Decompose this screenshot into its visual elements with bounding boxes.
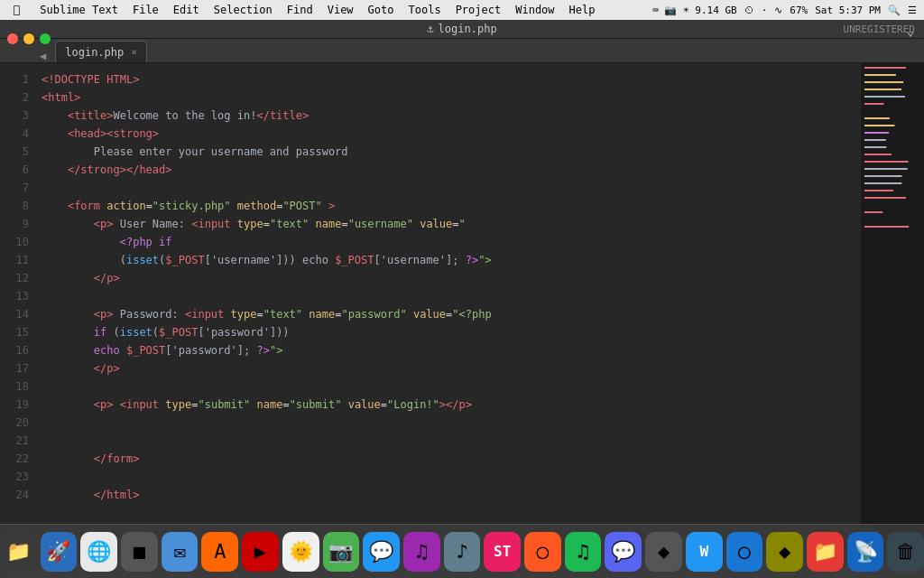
- tab-login-php[interactable]: login.php ✕: [55, 41, 147, 62]
- dock-network[interactable]: 📡: [847, 532, 884, 572]
- dock-launchpad[interactable]: 🚀: [41, 532, 78, 572]
- menu-view[interactable]: View: [321, 3, 360, 17]
- dock-app2[interactable]: ◆: [645, 532, 682, 572]
- dock-safari[interactable]: 🌐: [80, 532, 117, 572]
- dock-finder[interactable]: 📁: [0, 532, 37, 572]
- title-bar: ⚓ login.php UNREGISTERED ⌄: [0, 20, 924, 39]
- battery-indicator: 67%: [790, 5, 808, 16]
- dock-spotify[interactable]: ♫: [565, 532, 602, 572]
- menu-file[interactable]: File: [126, 3, 165, 17]
- dock-app3[interactable]: ◆: [766, 532, 803, 572]
- minimap[interactable]: [861, 63, 924, 558]
- dock-music[interactable]: ♫: [403, 532, 440, 572]
- maximize-button[interactable]: [40, 33, 51, 44]
- dock-itunes[interactable]: ♪: [444, 532, 481, 572]
- dock: 📁 🚀 🌐 ■ ✉ A ▶ 🌞 📷 💬 ♫ ♪ ST ◯ ♫ 💬 ◆ W ◯ ◆…: [0, 524, 924, 578]
- menu-find[interactable]: Find: [281, 3, 319, 17]
- dock-sublime[interactable]: ST: [484, 532, 521, 572]
- menu-goto[interactable]: Goto: [362, 3, 401, 17]
- dock-messages[interactable]: 💬: [363, 532, 400, 572]
- editor-wrapper: ⚓ login.php UNREGISTERED ⌄ ◀ login.php ✕…: [0, 20, 924, 578]
- menu-window[interactable]: Window: [509, 3, 560, 17]
- menu-edit[interactable]: Edit: [167, 3, 206, 17]
- menu-selection[interactable]: Selection: [208, 3, 279, 17]
- dock-youtube[interactable]: ▶: [242, 532, 279, 572]
- dock-app-store[interactable]: A: [201, 532, 238, 572]
- dock-mail[interactable]: ✉: [162, 532, 199, 572]
- dock-trash[interactable]: 🗑: [887, 532, 924, 572]
- panel-toggle[interactable]: ⌄: [906, 22, 915, 39]
- storage-indicator: ⌨ 📷 ☀ 9.14 GB: [652, 5, 736, 16]
- line-numbers: 1 2 3 4 5 6 7 8 9 10 11 12 13 14 15 16 1…: [0, 63, 32, 558]
- apple-menu[interactable]: : [7, 3, 26, 17]
- editor-area: 1 2 3 4 5 6 7 8 9 10 11 12 13 14 15 16 1…: [0, 63, 924, 558]
- list-icon[interactable]: ☰: [908, 5, 917, 16]
- wifi-icon: ∿: [774, 5, 782, 16]
- search-icon[interactable]: 🔍: [888, 5, 901, 16]
- tab-close-button[interactable]: ✕: [131, 46, 137, 58]
- tab-prev-arrow[interactable]: ◀: [36, 50, 50, 62]
- close-button[interactable]: [7, 33, 18, 44]
- dock-facetime[interactable]: 📷: [323, 532, 360, 572]
- menu-sublime-text[interactable]: Sublime Text: [33, 3, 125, 17]
- clock-icon: ⏲: [744, 5, 754, 16]
- dock-filezilla[interactable]: 📁: [807, 532, 844, 572]
- tab-filename: login.php: [65, 46, 124, 59]
- dock-photos[interactable]: 🌞: [282, 532, 319, 572]
- minimize-button[interactable]: [23, 33, 34, 44]
- tab-bar: ◀ login.php ✕: [0, 39, 924, 63]
- datetime: Sat 5:37 PM: [815, 5, 881, 16]
- dock-chrome[interactable]: ◯: [524, 532, 561, 572]
- menu-project[interactable]: Project: [449, 3, 508, 17]
- system-status-area: ⌨ 📷 ☀ 9.14 GB ⏲ ⋅ ∿ 67% Sat 5:37 PM 🔍 ☰: [652, 5, 917, 16]
- tab-navigation: ◀: [36, 50, 50, 62]
- dock-word[interactable]: W: [686, 532, 723, 572]
- menu-tools[interactable]: Tools: [402, 3, 448, 17]
- menu-help[interactable]: Help: [563, 3, 602, 17]
- window-controls: [7, 33, 51, 44]
- dock-twitter[interactable]: ◯: [726, 532, 763, 572]
- code-editor[interactable]: <!DOCTYPE HTML> <html> <title>Welcome to…: [32, 63, 861, 558]
- dock-discord[interactable]: 💬: [605, 532, 642, 572]
- bluetooth-icon: ⋅: [762, 5, 768, 16]
- menu-bar:  Sublime Text File Edit Selection Find …: [0, 0, 924, 20]
- dock-terminal[interactable]: ■: [121, 532, 158, 572]
